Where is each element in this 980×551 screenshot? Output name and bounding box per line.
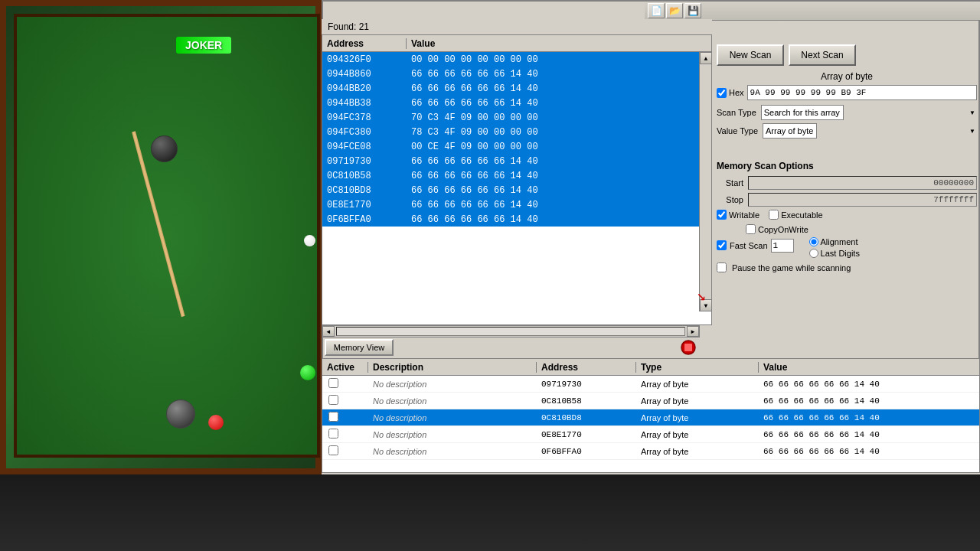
table-row[interactable]: 094326F000 00 00 00 00 00 00 00 bbox=[322, 52, 711, 67]
writable-wrap: Writable bbox=[717, 210, 760, 220]
rc-active bbox=[322, 378, 368, 390]
result-row[interactable]: No description 0E8E1770 Array of byte 66… bbox=[322, 426, 979, 443]
cell-address: 0944BB20 bbox=[322, 83, 407, 94]
fast-scan-input[interactable] bbox=[771, 239, 794, 253]
rc-description: No description bbox=[368, 396, 537, 406]
result-active-checkbox[interactable] bbox=[328, 445, 338, 455]
fast-scan-checkbox[interactable] bbox=[717, 240, 727, 250]
memory-view-button[interactable]: Memory View bbox=[325, 339, 394, 356]
table-row[interactable]: 0944BB2066 66 66 66 66 66 14 40 bbox=[322, 81, 711, 96]
value-type-label: Value Type bbox=[717, 126, 758, 135]
next-scan-button[interactable]: Next Scan bbox=[789, 44, 856, 66]
cell-address: 0C810B58 bbox=[322, 171, 407, 181]
table-row[interactable]: 0C810B5866 66 66 66 66 66 14 40 bbox=[322, 168, 711, 183]
copy-on-write-row: CopyOnWrite bbox=[717, 224, 977, 234]
cell-address: 094326F0 bbox=[322, 54, 407, 65]
value-type-dropdown[interactable]: Array of byte bbox=[763, 123, 817, 139]
black-ball-2 bbox=[166, 399, 195, 429]
table-row[interactable]: 094FC38078 C3 4F 09 00 00 00 00 bbox=[322, 125, 711, 139]
table-row[interactable]: 0E8E177066 66 66 66 66 66 14 40 bbox=[322, 197, 711, 212]
open-file-btn[interactable]: 📂 bbox=[666, 3, 683, 18]
rc-value: 66 66 66 66 66 66 14 40 bbox=[759, 447, 979, 456]
new-scan-button[interactable]: New Scan bbox=[717, 44, 784, 66]
start-input[interactable] bbox=[748, 176, 977, 190]
result-row[interactable]: No description 09719730 Array of byte 66… bbox=[322, 376, 979, 393]
cell-value: 66 66 66 66 66 66 14 40 bbox=[407, 185, 711, 196]
result-active-checkbox[interactable] bbox=[328, 378, 338, 388]
scroll-thumb[interactable] bbox=[336, 327, 685, 336]
rc-address: 0C810BD8 bbox=[537, 413, 636, 422]
cell-value: 66 66 66 66 66 66 14 40 bbox=[407, 69, 711, 80]
save-btn[interactable]: 💾 bbox=[684, 3, 701, 18]
results-col-type: Type bbox=[636, 362, 759, 373]
stop-icon[interactable] bbox=[680, 339, 697, 356]
rc-type: Array of byte bbox=[636, 413, 759, 422]
result-row[interactable]: No description 0C810BD8 Array of byte 66… bbox=[322, 409, 979, 426]
writable-label: Writable bbox=[729, 210, 760, 220]
rc-type: Array of byte bbox=[636, 380, 759, 389]
memory-scan-options: Memory Scan Options Start Stop Writable … bbox=[717, 161, 977, 272]
table-row[interactable]: 094FC37870 C3 4F 09 00 00 00 00 bbox=[322, 110, 711, 125]
result-row[interactable]: No description 0C810B58 Array of byte 66… bbox=[322, 393, 979, 409]
scan-buttons-container: New Scan Next Scan bbox=[717, 44, 856, 66]
cell-address: 094FC380 bbox=[322, 127, 407, 138]
table-body[interactable]: 094326F000 00 00 00 00 00 00 000944B8606… bbox=[322, 52, 711, 227]
cell-value: 66 66 66 66 66 66 14 40 bbox=[407, 156, 711, 167]
executable-wrap: Executable bbox=[769, 210, 822, 220]
scan-type-dropdown[interactable]: Search for this array bbox=[761, 105, 844, 120]
pause-label: Pause the game while scanning bbox=[732, 263, 851, 272]
results-panel: Active Description Address Type Value No… bbox=[322, 358, 980, 473]
table-row[interactable]: 0944BB3866 66 66 66 66 66 14 40 bbox=[322, 96, 711, 110]
last-digits-radio[interactable] bbox=[809, 249, 818, 258]
scroll-up-btn[interactable]: ▲ bbox=[700, 52, 712, 64]
rc-active bbox=[322, 445, 368, 457]
cell-value: 70 C3 4F 09 00 00 00 00 bbox=[407, 112, 711, 123]
rc-value: 66 66 66 66 66 66 14 40 bbox=[759, 413, 979, 422]
results-col-description: Description bbox=[368, 362, 537, 373]
horiz-scrollbar[interactable]: ◄ ► bbox=[322, 325, 700, 337]
checkboxes-row: Writable Executable bbox=[717, 210, 977, 220]
executable-checkbox[interactable] bbox=[769, 210, 779, 220]
table-row[interactable]: 0C810BD866 66 66 66 66 66 14 40 bbox=[322, 183, 711, 197]
start-row: Start bbox=[717, 176, 977, 190]
pool-table bbox=[14, 14, 320, 458]
white-ball-small bbox=[304, 235, 315, 246]
writable-checkbox[interactable] bbox=[717, 210, 727, 220]
table-row[interactable]: 094FCE0800 CE 4F 09 00 00 00 00 bbox=[322, 139, 711, 154]
col-header-value: Value bbox=[407, 38, 711, 49]
pause-checkbox[interactable] bbox=[717, 262, 727, 272]
cell-value: 00 00 00 00 00 00 00 00 bbox=[407, 54, 711, 65]
hex-checkbox[interactable] bbox=[717, 88, 727, 98]
fast-scan-row: Fast Scan bbox=[717, 239, 794, 253]
table-row[interactable]: 0944B86066 66 66 66 66 66 14 40 bbox=[322, 67, 711, 81]
results-body[interactable]: No description 09719730 Array of byte 66… bbox=[322, 376, 979, 460]
table-scrollbar[interactable]: ▲ ▼ bbox=[699, 52, 711, 311]
scroll-left-btn[interactable]: ◄ bbox=[322, 326, 335, 337]
value-type-dropdown-wrap: Array of byte ▼ bbox=[763, 123, 977, 139]
rc-value: 66 66 66 66 66 66 14 40 bbox=[759, 396, 979, 406]
start-label: Start bbox=[717, 178, 743, 187]
result-active-checkbox[interactable] bbox=[328, 429, 338, 439]
rc-value: 66 66 66 66 66 66 14 40 bbox=[759, 430, 979, 439]
hex-input[interactable] bbox=[747, 85, 977, 100]
new-file-btn[interactable]: 📄 bbox=[648, 3, 665, 18]
stop-input[interactable] bbox=[748, 193, 977, 207]
results-header: Active Description Address Type Value bbox=[322, 359, 979, 376]
result-row[interactable]: No description 0F6BFFA0 Array of byte 66… bbox=[322, 443, 979, 460]
cell-value: 78 C3 4F 09 00 00 00 00 bbox=[407, 127, 711, 138]
results-col-active: Active bbox=[322, 362, 368, 373]
address-table: Address Value 094326F000 00 00 00 00 00 … bbox=[322, 34, 712, 325]
result-active-checkbox[interactable] bbox=[328, 412, 338, 422]
table-row[interactable]: 0971973066 66 66 66 66 66 14 40 bbox=[322, 154, 711, 168]
scroll-right-btn[interactable]: ► bbox=[687, 326, 699, 337]
cell-address: 0C810BD8 bbox=[322, 185, 407, 196]
result-active-checkbox[interactable] bbox=[328, 395, 338, 405]
pause-row: Pause the game while scanning bbox=[717, 262, 977, 272]
copy-on-write-checkbox[interactable] bbox=[746, 224, 756, 234]
rc-active bbox=[322, 429, 368, 440]
cell-address: 0E8E1770 bbox=[322, 200, 407, 210]
rc-description: No description bbox=[368, 447, 537, 456]
found-bar: Found: 21 bbox=[322, 19, 712, 34]
table-row[interactable]: 0F6BFFA066 66 66 66 66 66 14 40 bbox=[322, 212, 711, 227]
alignment-radio[interactable] bbox=[809, 237, 818, 246]
